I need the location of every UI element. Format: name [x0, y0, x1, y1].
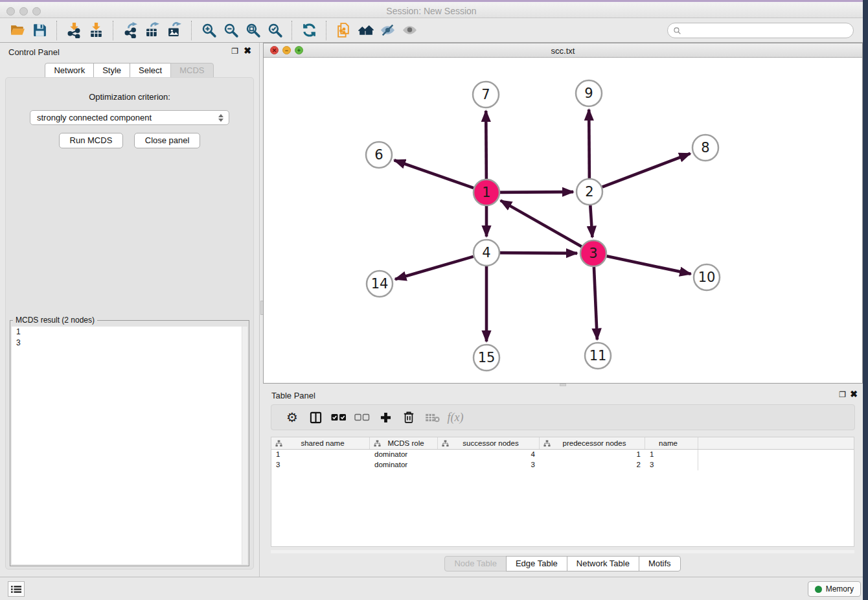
node-14[interactable]: 14	[367, 271, 393, 297]
export-image-icon[interactable]	[163, 21, 185, 40]
tab-motifs[interactable]: Motifs	[639, 556, 681, 571]
show-all-icon[interactable]	[398, 21, 420, 40]
node-6[interactable]: 6	[366, 142, 392, 168]
column-header-name[interactable]: name	[645, 437, 698, 449]
search-icon	[673, 27, 681, 35]
cell-shared-name[interactable]: 1	[271, 450, 370, 460]
cell-name[interactable]: 3	[645, 460, 698, 470]
column-header-shared-name[interactable]: shared name	[271, 437, 370, 449]
edge-1-6[interactable]	[394, 160, 474, 188]
import-table-icon[interactable]	[85, 21, 107, 40]
run-mcds-button[interactable]: Run MCDS	[59, 133, 124, 148]
search-field[interactable]	[667, 23, 854, 38]
edge-3-11[interactable]	[594, 267, 597, 340]
tab-style[interactable]: Style	[93, 63, 130, 78]
delete-table-icon[interactable]	[420, 408, 444, 427]
cell-predecessor-nodes[interactable]: 1	[540, 450, 645, 460]
task-history-button[interactable]	[8, 581, 25, 597]
column-type-icon	[374, 440, 381, 447]
table-row[interactable]: 1 dominator 4 1 1	[271, 450, 854, 460]
table-panel-title: Table Panel	[271, 391, 315, 400]
zoom-selected-icon[interactable]	[264, 21, 286, 40]
gear-icon[interactable]: ⚙	[280, 408, 304, 427]
node-10[interactable]: 10	[694, 264, 720, 290]
node-15[interactable]: 15	[474, 345, 499, 371]
export-network-icon[interactable]	[119, 21, 141, 40]
column-header-mcds-role[interactable]: MCDS role	[370, 437, 438, 449]
edge-4-3[interactable]	[500, 253, 577, 253]
network-title: scc.txt	[264, 46, 862, 56]
memory-button[interactable]: Memory	[808, 581, 861, 597]
deselect-all-checkboxes-icon[interactable]	[350, 408, 374, 427]
cell-name[interactable]: 1	[645, 450, 698, 460]
home-layout-icon[interactable]	[354, 21, 376, 40]
delete-column-icon[interactable]	[397, 408, 420, 427]
node-8[interactable]: 8	[692, 135, 718, 161]
split-view-icon[interactable]	[304, 408, 327, 427]
open-folder-icon[interactable]	[6, 21, 29, 40]
float-panel-icon[interactable]: ❐	[839, 391, 846, 398]
add-column-icon[interactable]	[374, 408, 397, 427]
float-panel-icon[interactable]: ❐	[231, 47, 238, 55]
tab-network-table[interactable]: Network Table	[567, 556, 639, 571]
svg-text:15: 15	[478, 350, 496, 365]
edge-2-9[interactable]	[589, 110, 589, 178]
node-table: shared name MCDS role successor nodes pr…	[271, 437, 854, 547]
hide-selected-icon[interactable]	[376, 21, 398, 40]
node-2[interactable]: 2	[577, 179, 602, 205]
zoom-in-icon[interactable]	[198, 21, 220, 40]
cell-predecessor-nodes[interactable]: 2	[540, 460, 645, 470]
tab-node-table[interactable]: Node Table	[444, 556, 507, 571]
mcds-result-list[interactable]: 1 3	[12, 327, 247, 564]
edge-1-7[interactable]	[486, 111, 486, 179]
node-7[interactable]: 7	[473, 82, 499, 108]
tab-select[interactable]: Select	[130, 63, 171, 78]
close-panel-icon[interactable]: ✖	[244, 47, 251, 55]
copy-network-icon[interactable]	[332, 21, 354, 40]
table-panel: Table Panel ❐ ✖ ⚙	[263, 386, 863, 577]
table-row[interactable]: 3 dominator 3 2 3	[271, 460, 854, 470]
node-9[interactable]: 9	[576, 80, 602, 106]
select-all-checkboxes-icon[interactable]	[327, 408, 350, 427]
edge-1-2[interactable]	[500, 192, 573, 192]
tab-edge-table[interactable]: Edge Table	[506, 556, 567, 571]
toolbar-separator	[291, 21, 292, 40]
column-header-successor-nodes[interactable]: successor nodes	[438, 437, 540, 449]
result-scrollbar[interactable]	[242, 327, 247, 564]
node-1[interactable]: 1	[474, 179, 499, 205]
tab-network[interactable]: Network	[45, 63, 94, 78]
zoom-fit-icon[interactable]	[242, 21, 264, 40]
close-panel-icon[interactable]: ✖	[850, 390, 858, 398]
edge-2-3[interactable]	[590, 205, 592, 237]
tab-mcds[interactable]: MCDS	[170, 63, 213, 78]
cell-mcds-role[interactable]: dominator	[370, 450, 438, 460]
edge-3-1[interactable]	[501, 200, 582, 246]
edge-2-8[interactable]	[602, 154, 691, 187]
edge-3-10[interactable]	[607, 256, 691, 273]
save-session-icon[interactable]	[29, 21, 51, 40]
mcds-panel: Optimization criterion: strongly connect…	[5, 77, 254, 570]
optimization-criterion-select[interactable]: strongly connected component	[30, 110, 229, 125]
network-canvas[interactable]: 7968124314101511	[264, 58, 862, 383]
zoom-out-icon[interactable]	[220, 21, 242, 40]
function-builder-icon[interactable]: f(x)	[444, 408, 467, 427]
cell-mcds-role[interactable]: dominator	[370, 460, 438, 470]
cell-successor-nodes[interactable]: 4	[438, 450, 540, 460]
optimization-criterion-label: Optimization criterion:	[6, 92, 253, 102]
import-network-icon[interactable]	[63, 21, 85, 40]
table-hscrollbar[interactable]	[271, 550, 854, 553]
toolbar-separator	[56, 21, 57, 40]
desktop-background	[863, 43, 868, 600]
column-header-predecessor-nodes[interactable]: predecessor nodes	[540, 437, 645, 449]
cell-shared-name[interactable]: 3	[271, 460, 370, 470]
cell-successor-nodes[interactable]: 3	[438, 460, 540, 470]
node-11[interactable]: 11	[585, 343, 611, 369]
node-3[interactable]: 3	[580, 240, 606, 266]
refresh-icon[interactable]	[298, 21, 320, 40]
close-panel-button[interactable]: Close panel	[134, 133, 201, 148]
search-input[interactable]	[681, 26, 853, 35]
svg-text:8: 8	[701, 140, 709, 156]
node-4[interactable]: 4	[474, 240, 499, 266]
export-table-icon[interactable]	[141, 21, 163, 40]
edge-4-14[interactable]	[395, 257, 474, 279]
